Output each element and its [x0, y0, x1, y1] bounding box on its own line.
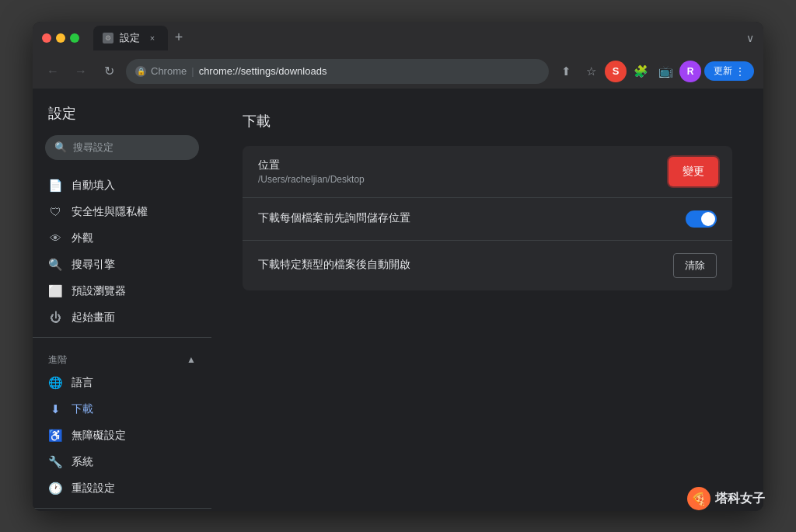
sidebar-item-accessibility[interactable]: ♿ 無障礙設定 — [33, 422, 211, 449]
change-location-button[interactable]: 變更 — [670, 158, 717, 185]
system-icon: 🔧 — [48, 455, 62, 469]
sidebar-label-downloads: 下載 — [72, 402, 93, 416]
tab-favicon: ⚙ — [103, 33, 113, 43]
sidebar-divider-2 — [33, 508, 211, 509]
back-button[interactable]: ← — [42, 61, 64, 82]
update-more-icon: ⋮ — [735, 66, 745, 77]
sidebar-item-appearance[interactable]: 👁 外觀 — [33, 225, 211, 252]
settings-content: 下載 位置 /Users/racheljian/Desktop 變更 下載每個檔… — [211, 89, 763, 511]
ask-location-label: 下載每個檔案前先詢問儲存位置 — [258, 211, 410, 225]
address-bar[interactable]: 🔒 Chrome | chrome://settings/downloads — [126, 59, 549, 84]
sidebar-item-startup[interactable]: ⏻ 起始畫面 — [33, 304, 211, 331]
downloads-icon: ⬇ — [48, 402, 62, 416]
sidebar-label-startup: 起始畫面 — [72, 311, 115, 325]
autofill-icon: 📄 — [48, 179, 62, 193]
advanced-label: 進階 — [48, 353, 67, 367]
location-path: /Users/racheljian/Desktop — [258, 174, 365, 185]
security-icon: 🛡 — [48, 205, 62, 219]
appearance-icon: 👁 — [48, 231, 62, 245]
sidebar-label-browser: 預設瀏覽器 — [72, 284, 126, 298]
auto-open-label: 下載特定類型的檔案後自動開啟 — [258, 258, 410, 272]
sidebar-label-language: 語言 — [72, 376, 93, 390]
minimize-traffic-light[interactable] — [56, 33, 65, 43]
location-info: 位置 /Users/racheljian/Desktop — [258, 158, 365, 185]
sidebar-item-reset[interactable]: 🕐 重設設定 — [33, 475, 211, 502]
sidebar-label-reset: 重設設定 — [72, 482, 115, 495]
watermark-icon: 🍕 — [687, 487, 710, 510]
settings-row-location: 位置 /Users/racheljian/Desktop 變更 — [243, 146, 732, 198]
tab-close-button[interactable]: × — [146, 32, 159, 44]
startup-icon: ⏻ — [48, 311, 62, 325]
ask-location-toggle[interactable] — [686, 210, 717, 228]
search-input[interactable] — [73, 141, 190, 153]
clear-auto-open-button[interactable]: 清除 — [673, 253, 717, 278]
section-title: 下載 — [243, 112, 732, 130]
sidebar-advanced-section: 進階 ▲ — [33, 344, 211, 370]
sidebar-item-search[interactable]: 🔍 搜尋引擎 — [33, 252, 211, 278]
settings-row-auto-open: 下載特定類型的檔案後自動開啟 清除 — [243, 241, 732, 290]
sidebar-divider — [33, 337, 211, 338]
tab-title: 設定 — [120, 31, 140, 45]
search-icon: 🔍 — [54, 141, 67, 153]
address-separator: | — [191, 65, 194, 77]
sidebar-label-autofill: 自動填入 — [72, 179, 115, 193]
auto-open-info: 下載特定類型的檔案後自動開啟 — [258, 258, 410, 273]
language-icon: 🌐 — [48, 376, 62, 390]
sidebar-label-accessibility: 無障礙設定 — [72, 429, 126, 443]
accessibility-icon: ♿ — [48, 429, 62, 443]
update-button[interactable]: 更新 ⋮ — [704, 61, 754, 81]
sidebar-item-browser[interactable]: ⬜ 預設瀏覽器 — [33, 278, 211, 304]
active-tab[interactable]: ⚙ 設定 × — [93, 26, 168, 50]
watermark: 🍕 塔科女子 — [687, 487, 765, 510]
search-engine-icon: 🔍 — [48, 258, 62, 272]
sidebar-label-security: 安全性與隱私權 — [72, 205, 148, 219]
sidebar-item-system[interactable]: 🔧 系統 — [33, 449, 211, 475]
profile-button[interactable]: R — [679, 61, 701, 82]
maximize-traffic-light[interactable] — [70, 33, 79, 43]
sync-account-button[interactable]: S — [605, 61, 627, 82]
title-bar: ⚙ 設定 × + ∨ — [33, 22, 763, 54]
forward-button[interactable]: → — [70, 61, 92, 82]
ask-location-info: 下載每個檔案前先詢問儲存位置 — [258, 211, 410, 227]
sidebar: 設定 🔍 📄 自動填入 🛡 安全性與隱私權 👁 外觀 🔍 搜尋引擎 — [33, 89, 211, 511]
sidebar-item-language[interactable]: 🌐 語言 — [33, 370, 211, 396]
advanced-collapse-icon[interactable]: ▲ — [187, 354, 196, 365]
bookmark-button[interactable]: ☆ — [580, 61, 602, 82]
sidebar-title: 設定 — [33, 104, 211, 135]
secure-icon: 🔒 — [135, 66, 146, 77]
search-box[interactable]: 🔍 — [45, 135, 199, 160]
address-domain: Chrome — [151, 65, 187, 77]
cast-button[interactable]: 📺 — [655, 61, 676, 82]
sidebar-item-security[interactable]: 🛡 安全性與隱私權 — [33, 199, 211, 225]
location-label: 位置 — [258, 158, 365, 172]
nav-icons: ⬆ ☆ S 🧩 📺 R 更新 ⋮ — [555, 61, 754, 82]
refresh-button[interactable]: ↻ — [98, 61, 120, 82]
sidebar-label-appearance: 外觀 — [72, 231, 93, 245]
settings-row-ask-location: 下載每個檔案前先詢問儲存位置 — [243, 198, 732, 241]
sidebar-label-search: 搜尋引擎 — [72, 258, 115, 272]
sidebar-label-system: 系統 — [72, 455, 93, 469]
sidebar-item-downloads[interactable]: ⬇ 下載 — [33, 396, 211, 422]
browser-icon: ⬜ — [48, 284, 62, 298]
main-content: 設定 🔍 📄 自動填入 🛡 安全性與隱私權 👁 外觀 🔍 搜尋引擎 — [33, 89, 763, 511]
nav-bar: ← → ↻ 🔒 Chrome | chrome://settings/downl… — [33, 54, 763, 89]
sidebar-item-autofill[interactable]: 📄 自動填入 — [33, 172, 211, 199]
settings-card: 位置 /Users/racheljian/Desktop 變更 下載每個檔案前先… — [243, 146, 732, 290]
new-tab-button[interactable]: + — [168, 27, 190, 49]
tab-more-button[interactable]: ∨ — [746, 32, 754, 44]
update-label: 更新 — [714, 64, 732, 78]
extensions-button[interactable]: 🧩 — [630, 61, 651, 82]
reset-icon: 🕐 — [48, 482, 62, 495]
tab-bar: ⚙ 設定 × + ∨ — [93, 26, 754, 50]
address-path: chrome://settings/downloads — [199, 65, 327, 77]
close-traffic-light[interactable] — [42, 33, 51, 43]
traffic-lights — [42, 33, 79, 43]
share-button[interactable]: ⬆ — [555, 61, 577, 82]
watermark-text: 塔科女子 — [715, 491, 765, 507]
